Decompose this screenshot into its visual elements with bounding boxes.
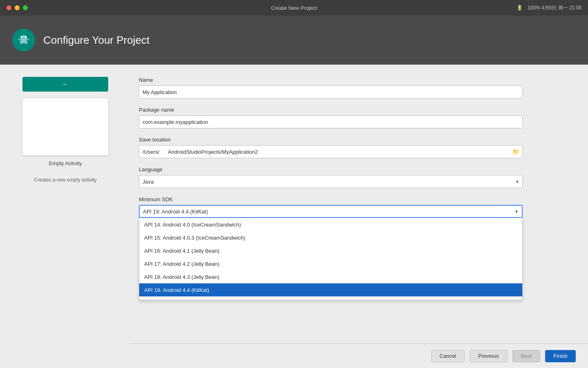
sdk-dropdown: API 14: Android 4.0 (IceCreamSandwich) A… — [139, 218, 523, 300]
battery-icon: 🔋 — [517, 5, 523, 11]
package-group: Package name — [139, 107, 564, 128]
sdk-dropdown-list: API 14: Android 4.0 (IceCreamSandwich) A… — [139, 218, 522, 300]
min-sdk-value: API 19: Android 4.4 (KitKat) — [143, 209, 208, 215]
language-select-wrap: Kotlin Java ▼ — [139, 175, 523, 188]
system-info: 🔋 100% 4月6日 周一 21:05 — [517, 4, 581, 11]
bottom-bar: Cancel Previous Next Finish — [131, 343, 588, 368]
min-sdk-label: Minimum SDK — [139, 196, 564, 202]
svg-point-2 — [21, 36, 22, 38]
min-sdk-group: Minimum SDK API 19: Android 4.4 (KitKat)… — [139, 196, 564, 241]
right-panel: Name Package name Save location 📁 Langua… — [131, 65, 588, 368]
back-button[interactable]: ← — [22, 77, 108, 92]
min-sdk-selected[interactable]: API 19: Android 4.4 (KitKat) ▼ — [139, 205, 523, 218]
sdk-option-17[interactable]: API 17: Android 4.2 (Jelly Bean) — [139, 257, 522, 270]
close-button[interactable] — [7, 5, 11, 10]
sdk-option-18[interactable]: API 18: Android 4.3 (Jelly Bean) — [139, 270, 522, 283]
window-title: Create New Project — [271, 5, 317, 11]
package-label: Package name — [139, 107, 564, 113]
package-input[interactable] — [139, 115, 523, 128]
left-panel: ← Empty Activity Creates a new empty act… — [0, 65, 131, 368]
activity-description: Creates a new empty activity — [34, 177, 96, 183]
sdk-option-19[interactable]: API 19: Android 4.4 (KitKat) — [139, 283, 522, 296]
svg-point-1 — [20, 35, 27, 42]
sdk-dropdown-arrow: ▼ — [514, 209, 519, 214]
previous-button[interactable]: Previous — [470, 350, 508, 362]
sdk-option-14[interactable]: API 14: Android 4.0 (IceCreamSandwich) — [139, 218, 522, 231]
name-group: Name — [139, 77, 564, 99]
name-input[interactable] — [139, 85, 523, 99]
next-button[interactable]: Next — [512, 350, 541, 362]
app-header: Configure Your Project — [0, 16, 588, 65]
svg-rect-6 — [21, 41, 26, 43]
sdk-option-20[interactable]: API 20: Android 4.4W (KitKat Wear) — [139, 296, 522, 300]
finish-button[interactable]: Finish — [545, 350, 576, 362]
datetime: 100% 4月6日 周一 21:05 — [528, 4, 581, 11]
folder-icon[interactable]: 📁 — [512, 148, 519, 155]
language-group: Language Kotlin Java ▼ — [139, 166, 564, 188]
save-location-group: Save location 📁 — [139, 137, 564, 158]
title-bar: Create New Project 🔋 100% 4月6日 周一 21:05 — [0, 0, 588, 16]
activity-preview — [22, 98, 108, 155]
sdk-option-15[interactable]: API 15: Android 4.0.3 (IceCreamSandwich) — [139, 231, 522, 244]
svg-point-3 — [25, 36, 27, 38]
cancel-button[interactable]: Cancel — [431, 350, 465, 362]
minimize-button[interactable] — [15, 5, 20, 10]
activity-label: Empty Activity — [49, 160, 82, 166]
name-label: Name — [139, 77, 564, 83]
main-content: ← Empty Activity Creates a new empty act… — [0, 65, 588, 368]
save-location-label: Save location — [139, 137, 564, 143]
save-location-wrap: 📁 — [139, 145, 523, 158]
app-logo — [12, 29, 35, 52]
min-sdk-wrap: API 19: Android 4.4 (KitKat) ▼ API 14: A… — [139, 205, 523, 218]
traffic-lights — [7, 5, 28, 10]
sdk-option-16[interactable]: API 16: Android 4.1 (Jelly Bean) — [139, 244, 522, 257]
language-label: Language — [139, 166, 564, 173]
save-location-input[interactable] — [139, 145, 523, 158]
page-title: Configure Your Project — [43, 34, 149, 47]
maximize-button[interactable] — [23, 5, 28, 10]
language-select[interactable]: Kotlin Java — [139, 175, 523, 188]
